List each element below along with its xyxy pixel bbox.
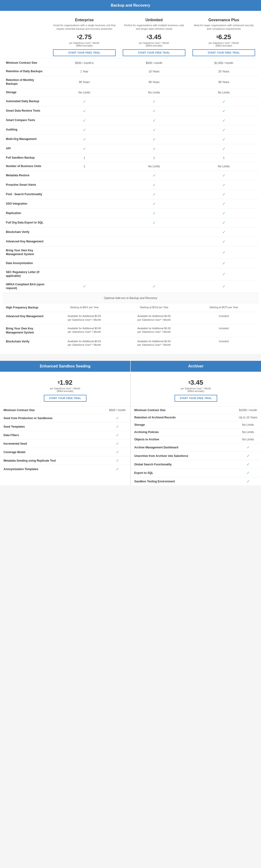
feature-value: ✓ <box>49 97 119 106</box>
addon-value: Available for Additional $0.65 per Sales… <box>119 312 189 324</box>
feature-value: 10 Years <box>119 67 189 75</box>
feature-label: Find - Search Functionality <box>2 190 49 199</box>
feature-value: No Limits <box>189 89 259 96</box>
addon-value: Available for Additional $0.65 per Sales… <box>49 337 119 349</box>
enterprise-trial-btn[interactable]: START YOUR FREE TRIAL <box>53 49 116 56</box>
addon-value: Available for Additional $0.65 per Sales… <box>49 324 119 336</box>
backup-header: Backup and Recovery <box>0 0 261 11</box>
sandbox-feature-value: ✓ <box>108 424 127 429</box>
check-icon: ✓ <box>222 230 225 234</box>
unlimited-trial-btn[interactable]: START YOUR FREE TRIAL <box>123 49 185 56</box>
sandbox-feature-value: ✓ <box>108 433 127 437</box>
addon-label: High Frequency Backup <box>2 303 49 312</box>
check-icon: ✓ <box>222 192 225 196</box>
feature-value: ✓ <box>189 180 259 189</box>
feature-row: Minimum Contract Size$500 / month ℹ$500 … <box>2 59 259 67</box>
feature-value <box>49 173 119 178</box>
sandbox-feature-row: Coverage Model✓ <box>0 448 130 456</box>
archiver-feature-row: Objects to ArchiveNo Limits <box>131 436 261 443</box>
archiver-pricing: $3.45 per Salesforce User* / Month(Bille… <box>131 372 261 406</box>
check-icon: ✓ <box>247 462 250 466</box>
archiver-trial-btn[interactable]: START YOUR FREE TRIAL <box>175 395 217 402</box>
sandbox-feature-row: Metadata Seeding using Replicate Tool✓ <box>0 456 130 465</box>
feature-label: Proactive Smart Alerts <box>2 181 49 189</box>
feature-label: Retention of Monthly Backups <box>2 76 49 88</box>
feature-value: ✓ <box>189 227 259 237</box>
sandbox-feature-value: ✓ <box>108 458 127 463</box>
archiver-feature-label: Objects to Archive <box>134 438 238 441</box>
feature-value: ✓ <box>49 116 119 125</box>
feature-value: ✓ <box>189 259 259 268</box>
check-icon: ✓ <box>222 250 225 254</box>
feature-value: No Limits <box>189 162 259 170</box>
feature-label: Bring Your Own Key Management System <box>2 246 49 258</box>
sandbox-feature-value: ✓ <box>108 450 127 454</box>
feature-label: Data Anonymization <box>2 259 49 268</box>
unlimited-plan-name: Unlimited <box>123 18 185 22</box>
sandbox-feature-label: Minimum Contract Size <box>4 408 108 412</box>
feature-label: Auditing <box>2 126 49 134</box>
governance-plan-header: Governance Plus Ideal for larger organiz… <box>189 16 259 59</box>
addon-rows: High Frequency BackupStarting at $651 pe… <box>2 303 259 349</box>
feature-value: ✓ <box>189 218 259 227</box>
feature-value: ✓ <box>189 171 259 180</box>
archiver-price: 3.45 <box>190 379 203 386</box>
feature-row: Smart Compare Tools✓✓✓ <box>2 116 259 125</box>
archiver-feature-label: Export to SQL <box>134 471 238 474</box>
check-icon: ✓ <box>222 119 225 122</box>
check-icon: ✓ <box>116 459 119 463</box>
addon-label: Blockchain Verify <box>2 337 49 346</box>
archiver-feature-label: Archiving Policies <box>134 430 238 434</box>
sandbox-trial-btn[interactable]: START YOUR FREE TRIAL <box>44 395 86 402</box>
check-icon: ✓ <box>222 137 225 142</box>
feature-value: ✓ <box>49 135 119 144</box>
feature-value: ✓ <box>189 144 259 153</box>
feature-value: ✓ <box>119 209 189 218</box>
feature-value <box>49 192 119 196</box>
archiver-feature-label: Global Search Functionality <box>134 463 238 466</box>
feature-value: ✓ <box>119 144 189 153</box>
feature-value <box>49 220 119 225</box>
archiver-feature-label: Minimum Contract Size <box>134 408 238 412</box>
archiver-feature-label: Storage <box>134 423 238 427</box>
sandbox-feature-row: Anonymization Templates✓ <box>0 465 130 473</box>
check-icon: ✓ <box>153 202 156 206</box>
feature-label: Metadata Restore <box>2 171 49 180</box>
feature-value: 99 Years <box>49 78 119 86</box>
feature-value <box>49 239 119 244</box>
feature-row: Find - Search Functionality✓✓ <box>2 189 259 199</box>
archiver-feature-value: No Limits <box>238 430 257 434</box>
feature-label: Automated Daily Backup <box>2 97 49 106</box>
feature-value: ✓ <box>189 97 259 106</box>
governance-trial-btn[interactable]: START YOUR FREE TRIAL <box>192 49 255 56</box>
feature-value: ✓ <box>189 190 259 199</box>
addon-value: Available for Additional $0.65 per Sales… <box>49 312 119 324</box>
addon-value: Included <box>189 324 259 333</box>
governance-price: 6.25 <box>218 33 231 40</box>
feature-label: Smart Compare Tools <box>2 116 49 125</box>
feature-label: Advanced Key Management <box>2 238 49 246</box>
feature-value <box>119 250 189 255</box>
addon-value: Starting at $518 per Year <box>119 303 189 312</box>
feature-value: 99 Years <box>119 78 189 86</box>
archiver-price-label: per Salesforce User* / Month(Billed annu… <box>134 387 257 393</box>
check-icon: ✓ <box>153 100 156 103</box>
feature-value: ✓ <box>49 144 119 153</box>
feature-row: Data Anonymization✓ <box>2 258 259 268</box>
sandbox-feature-value: ✓ <box>108 441 127 446</box>
check-icon: ✓ <box>153 119 156 122</box>
feature-value: ✓ <box>119 171 189 180</box>
check-icon: ✓ <box>153 174 156 178</box>
feature-value <box>49 201 119 206</box>
feature-label: API <box>2 145 49 153</box>
check-icon: ✓ <box>116 467 119 471</box>
addon-row: Blockchain VerifyAvailable for Additiona… <box>2 337 259 349</box>
check-icon: ✓ <box>222 100 225 103</box>
check-icon: ✓ <box>222 202 225 206</box>
sandbox-feature-value: $500 / month <box>108 408 127 412</box>
check-icon: ✓ <box>153 211 156 215</box>
feature-row: Blockchain Verify✓ <box>2 227 259 237</box>
check-icon: ✓ <box>83 109 86 113</box>
archiver-feature-row: Retention of Archived RecordsUp to 10 Ye… <box>131 414 261 421</box>
archiver-feature-row: StorageNo Limits <box>131 421 261 428</box>
